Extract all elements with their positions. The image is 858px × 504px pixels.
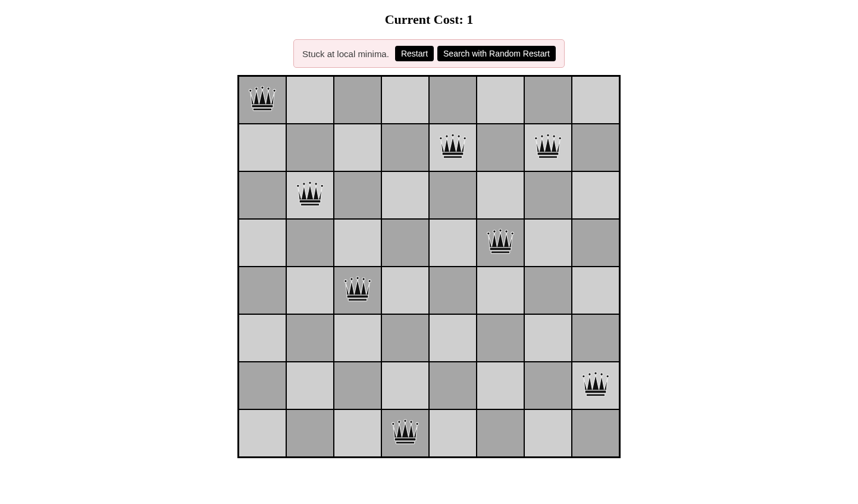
- board-cell[interactable]: [524, 314, 572, 362]
- board-cell[interactable]: [524, 171, 572, 219]
- board-cell[interactable]: [477, 219, 524, 267]
- board-cell[interactable]: [429, 409, 477, 457]
- board-cell[interactable]: [381, 409, 429, 457]
- board-cell[interactable]: [429, 219, 477, 267]
- board-cell[interactable]: [524, 124, 572, 171]
- board-cell[interactable]: [429, 314, 477, 362]
- svg-point-31: [505, 230, 508, 233]
- svg-rect-41: [348, 299, 367, 301]
- board-cell[interactable]: [239, 362, 286, 409]
- svg-point-43: [588, 373, 591, 375]
- board-cell[interactable]: [239, 76, 286, 124]
- board-cell[interactable]: [286, 362, 334, 409]
- board-cell[interactable]: [572, 409, 619, 457]
- board-cell[interactable]: [239, 171, 286, 219]
- board-cell[interactable]: [524, 267, 572, 314]
- board-cell[interactable]: [477, 124, 524, 171]
- board-cell[interactable]: [239, 409, 286, 457]
- svg-point-49: [392, 422, 394, 425]
- svg-point-9: [452, 134, 454, 136]
- board-cell[interactable]: [381, 219, 429, 267]
- board-cell[interactable]: [477, 314, 524, 362]
- svg-point-0: [249, 89, 252, 92]
- svg-rect-54: [394, 438, 416, 441]
- board-cell[interactable]: [572, 171, 619, 219]
- board-cell[interactable]: [286, 171, 334, 219]
- svg-rect-27: [300, 204, 319, 206]
- queen-icon: [484, 226, 517, 259]
- queen-icon: [293, 179, 327, 212]
- svg-rect-40: [347, 295, 368, 298]
- board-cell[interactable]: [572, 267, 619, 314]
- board-cell[interactable]: [334, 267, 381, 314]
- svg-point-24: [315, 183, 317, 185]
- board-cell[interactable]: [524, 76, 572, 124]
- board-cell[interactable]: [477, 76, 524, 124]
- svg-rect-20: [538, 156, 557, 158]
- alert-message: Stuck at local minima.: [302, 49, 389, 59]
- random-restart-button[interactable]: Search with Random Restart: [437, 46, 556, 61]
- svg-rect-13: [443, 156, 462, 158]
- board-cell[interactable]: [477, 171, 524, 219]
- board-cell[interactable]: [524, 362, 572, 409]
- svg-point-11: [464, 137, 466, 139]
- board-cell[interactable]: [286, 76, 334, 124]
- svg-point-37: [356, 277, 359, 279]
- board-cell[interactable]: [429, 171, 477, 219]
- board-cell[interactable]: [286, 409, 334, 457]
- board-cell[interactable]: [381, 124, 429, 171]
- svg-point-30: [499, 229, 502, 231]
- svg-point-32: [511, 232, 513, 234]
- board-cell[interactable]: [334, 362, 381, 409]
- svg-point-10: [458, 135, 460, 137]
- board-cell[interactable]: [477, 362, 524, 409]
- queen-icon: [579, 369, 612, 402]
- svg-point-1: [255, 87, 258, 90]
- board-cell[interactable]: [334, 314, 381, 362]
- board-cell[interactable]: [429, 362, 477, 409]
- board-cell[interactable]: [572, 219, 619, 267]
- board-cell[interactable]: [239, 219, 286, 267]
- cost-header: Current Cost: 1: [385, 12, 474, 27]
- svg-point-14: [535, 137, 537, 139]
- svg-rect-19: [537, 152, 559, 155]
- svg-rect-33: [490, 248, 511, 251]
- board-cell[interactable]: [524, 219, 572, 267]
- board-cell[interactable]: [239, 314, 286, 362]
- board-cell[interactable]: [286, 219, 334, 267]
- board-cell[interactable]: [381, 314, 429, 362]
- board-cell[interactable]: [286, 314, 334, 362]
- svg-point-46: [606, 375, 609, 377]
- board-cell[interactable]: [334, 171, 381, 219]
- board-cell[interactable]: [334, 76, 381, 124]
- svg-rect-47: [585, 390, 606, 393]
- board-cell[interactable]: [429, 267, 477, 314]
- svg-point-28: [487, 232, 490, 234]
- svg-rect-26: [299, 200, 321, 203]
- restart-button[interactable]: Restart: [395, 46, 434, 61]
- svg-rect-6: [253, 108, 271, 111]
- board-cell[interactable]: [381, 76, 429, 124]
- board-cell[interactable]: [381, 267, 429, 314]
- svg-point-23: [309, 181, 311, 184]
- svg-point-38: [362, 278, 365, 280]
- board-cell[interactable]: [239, 267, 286, 314]
- board-cell[interactable]: [286, 267, 334, 314]
- board-cell[interactable]: [429, 76, 477, 124]
- board-cell[interactable]: [381, 171, 429, 219]
- board-cell[interactable]: [239, 124, 286, 171]
- board-cell[interactable]: [429, 124, 477, 171]
- board-cell[interactable]: [381, 362, 429, 409]
- board-cell[interactable]: [334, 124, 381, 171]
- board-cell[interactable]: [477, 409, 524, 457]
- board-cell[interactable]: [477, 267, 524, 314]
- board-cell[interactable]: [286, 124, 334, 171]
- board-cell[interactable]: [524, 409, 572, 457]
- board-cell[interactable]: [572, 362, 619, 409]
- svg-point-2: [261, 86, 264, 89]
- board-cell[interactable]: [572, 314, 619, 362]
- board-cell[interactable]: [572, 76, 619, 124]
- board-cell[interactable]: [572, 124, 619, 171]
- board-cell[interactable]: [334, 219, 381, 267]
- board-cell[interactable]: [334, 409, 381, 457]
